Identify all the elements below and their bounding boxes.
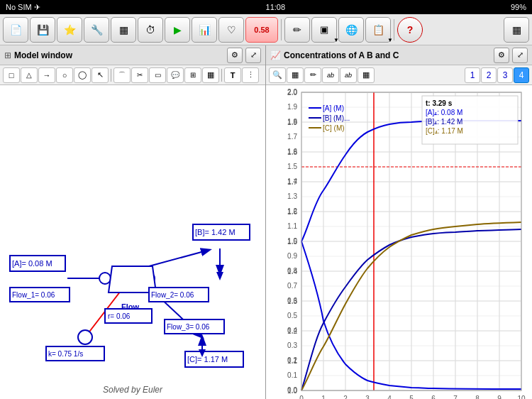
svg-text:r= 0.06: r= 0.06 [108,312,131,320]
graph-area: 2.0 1.9 1.8 1.7 1.6 1.5 1.4 1.3 1.2 1.1 … [266,85,532,399]
svg-text:0.1: 0.1 [287,371,297,379]
svg-text:0.3: 0.3 [287,341,297,349]
right-panel-title: Concentrations of A B and C [284,50,491,60]
svg-text:0.0: 0.0 [287,386,297,394]
svg-text:Flow_3= 0.06: Flow_3= 0.06 [167,323,210,331]
draw-rect2[interactable]: ▭ [149,67,166,83]
layout-btn[interactable]: ▦ [504,17,529,43]
new-btn[interactable]: 📄 [3,17,28,43]
svg-text:7: 7 [453,395,458,399]
svg-text:[C] (M): [C] (M) [323,124,345,132]
star-btn[interactable]: ⭐ [57,17,82,43]
draw-more[interactable]: ⋮ [242,67,259,83]
svg-text:6: 6 [431,395,436,399]
svg-text:1.0: 1.0 [287,237,297,245]
svg-text:5: 5 [409,395,414,399]
main-content: ⊞ Model window ⚙ ⤢ □ △ → ○ ◯ ↖ ⌒ ✂ ▭ 💬 ⊞… [0,45,532,399]
draw-toolbar: □ △ → ○ ◯ ↖ ⌒ ✂ ▭ 💬 ⊞ ▦ T ⋮ [0,65,265,85]
svg-text:Flow_1= 0.06: Flow_1= 0.06 [12,291,55,299]
draw-circle[interactable]: ○ [56,67,73,83]
svg-text:0.7: 0.7 [287,282,297,290]
draw-ellipse[interactable]: ◯ [74,67,91,83]
zoom-btn[interactable]: 🔍 [269,67,286,83]
svg-text:0.2: 0.2 [287,356,297,364]
draw-table[interactable]: ▦ [202,67,219,83]
tab-4[interactable]: 4 [514,67,529,83]
draw-curve[interactable]: ⌒ [113,67,131,83]
save-btn[interactable]: 💾 [30,17,55,43]
svg-point-7 [99,273,111,284]
svg-text:t: 3.29 s: t: 3.29 s [426,99,453,107]
svg-text:1.6: 1.6 [287,148,297,155]
svg-text:1.4: 1.4 [287,177,297,185]
edit-btn[interactable]: ✏ [284,17,310,43]
svg-text:Flow: Flow [121,302,139,311]
left-panel-title: Model window [14,50,224,60]
svg-text:9: 9 [497,395,501,399]
carrier-label: No SIM ✈ [6,3,40,12]
draw-arrow[interactable]: → [38,67,55,83]
right-expand-btn[interactable]: ⤢ [512,48,528,63]
camera-btn[interactable]: ▣ ▼ [311,17,337,43]
status-bar: No SIM ✈ 11:08 99% [0,0,532,14]
svg-text:2.0: 2.0 [287,88,297,96]
tab-1[interactable]: 1 [465,67,480,83]
right-settings-btn[interactable]: ⚙ [494,48,509,63]
svg-text:0: 0 [299,395,304,399]
settings-btn[interactable]: 🔧 [84,17,109,43]
draw-grid[interactable]: ⊞ [184,67,201,83]
battery-label: 99% [511,3,526,11]
svg-text:10: 10 [517,395,526,399]
svg-text:[A]₄: 0.08 M: [A]₄: 0.08 M [426,109,462,116]
chart-btn[interactable]: 📊 [192,17,217,43]
value-btn[interactable]: 0.58 [245,17,278,43]
svg-text:1.8: 1.8 [287,118,297,126]
timer-btn[interactable]: ⏱ [138,17,163,43]
svg-line-1 [149,250,209,266]
svg-text:1.1: 1.1 [287,222,297,230]
clipboard-btn[interactable]: 📋 ▼ [365,17,391,43]
globe-btn[interactable]: 🌐 [338,17,364,43]
draw-cut[interactable]: ✂ [131,67,148,83]
draw-text[interactable]: T [224,67,241,83]
left-settings-btn[interactable]: ⚙ [227,48,243,63]
svg-text:8: 8 [475,395,480,399]
svg-text:1.2: 1.2 [287,207,297,215]
label-ab-btn[interactable]: ab [322,67,339,83]
svg-text:0.6: 0.6 [287,297,297,305]
help-btn[interactable]: ? [397,17,423,43]
svg-point-6 [78,330,92,344]
grid-graph-btn[interactable]: ▦ [287,67,304,83]
svg-text:k= 0.75 1/s: k= 0.75 1/s [48,350,83,358]
svg-text:1.5: 1.5 [287,163,297,170]
left-expand-btn[interactable]: ⤢ [245,48,261,63]
label-ab2-btn[interactable]: ab [340,67,357,83]
heart-btn[interactable]: ♡ [218,17,244,43]
draw-tri[interactable]: △ [21,67,38,83]
svg-text:[B]= 1.42 M: [B]= 1.42 M [195,228,235,236]
tab-2[interactable]: 2 [481,67,497,83]
draw-rect[interactable]: □ [3,67,20,83]
left-panel-header: ⊞ Model window ⚙ ⤢ [0,45,265,65]
svg-text:3: 3 [365,395,370,399]
svg-text:1: 1 [321,395,326,399]
svg-text:4: 4 [387,395,392,399]
draw-select[interactable]: ↖ [92,67,109,83]
grid-btn[interactable]: ▦ [111,17,136,43]
draw-bubble[interactable]: 💬 [167,67,184,83]
svg-text:[C]₄: 1.17 M: [C]₄: 1.17 M [426,127,463,135]
tab-3[interactable]: 3 [497,67,513,83]
edit-graph-btn[interactable]: ✏ [304,67,321,83]
svg-text:[B] (M)...: [B] (M)... [323,114,350,122]
svg-text:[A] (M): [A] (M) [323,104,344,112]
svg-text:[B]₄: 1.42 M: [B]₄: 1.42 M [426,118,462,126]
model-canvas: [A]= 0.08 M Flow_1= 0.06 [B]= 1.42 M Flo… [0,85,265,399]
svg-text:0.8: 0.8 [287,267,297,275]
svg-text:0.9: 0.9 [287,252,297,260]
svg-text:2: 2 [343,395,348,399]
left-panel: ⊞ Model window ⚙ ⤢ □ △ → ○ ◯ ↖ ⌒ ✂ ▭ 💬 ⊞… [0,45,266,399]
svg-text:0.5: 0.5 [287,312,297,319]
svg-text:1.3: 1.3 [287,192,297,200]
export-btn[interactable]: ▦ [358,67,375,83]
run-btn[interactable]: ▶ [165,17,190,43]
